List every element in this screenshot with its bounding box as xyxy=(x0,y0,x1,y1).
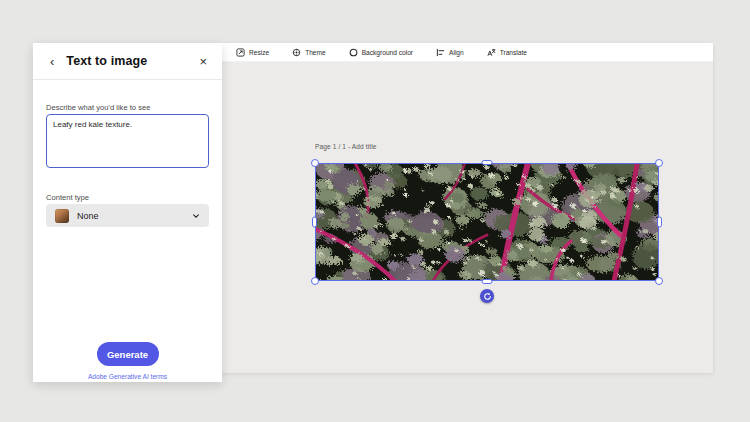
content-type-value: None xyxy=(77,211,99,221)
translate-button[interactable]: Translate xyxy=(487,48,527,57)
resize-handle-right[interactable] xyxy=(657,217,662,228)
workspace: Resize Theme Background color xyxy=(222,43,713,373)
canvas-toolbar: Resize Theme Background color xyxy=(222,43,713,62)
content-type-label: Content type xyxy=(46,193,89,202)
prompt-label: Describe what you'd like to see xyxy=(46,103,150,112)
resize-handle-bottom-left[interactable] xyxy=(311,277,319,285)
panel-header: ‹ Text to image × xyxy=(33,43,222,80)
close-button[interactable]: × xyxy=(199,55,207,68)
resize-handle-top-right[interactable] xyxy=(655,159,663,167)
resize-button[interactable]: Resize xyxy=(236,48,269,57)
align-label: Align xyxy=(449,49,464,56)
resize-icon xyxy=(236,48,245,57)
background-color-button[interactable]: Background color xyxy=(349,48,413,57)
content-type-dropdown[interactable]: None xyxy=(46,204,209,227)
panel-title: Text to image xyxy=(66,54,147,68)
resize-handle-left[interactable] xyxy=(312,217,317,228)
resize-label: Resize xyxy=(249,49,269,56)
prompt-input[interactable]: Leafy red kale texture. xyxy=(46,114,209,168)
resize-handle-top[interactable] xyxy=(482,160,493,165)
align-button[interactable]: Align xyxy=(436,48,464,57)
background-color-icon xyxy=(349,48,358,57)
content-type-thumbnail xyxy=(55,209,69,223)
text-to-image-panel: ‹ Text to image × Describe what you'd li… xyxy=(33,43,222,382)
background-color-label: Background color xyxy=(362,49,413,56)
rotate-icon xyxy=(483,292,492,301)
align-icon xyxy=(436,48,445,57)
theme-icon xyxy=(292,48,301,57)
terms-link[interactable]: Adobe Generative AI terms xyxy=(33,373,222,380)
translate-label: Translate xyxy=(500,49,527,56)
resize-handle-top-left[interactable] xyxy=(311,159,319,167)
resize-handle-bottom[interactable] xyxy=(482,279,493,284)
chevron-down-icon xyxy=(192,212,200,220)
kale-photo xyxy=(315,163,659,281)
generate-button[interactable]: Generate xyxy=(97,342,159,366)
theme-button[interactable]: Theme xyxy=(292,48,326,57)
back-button[interactable]: ‹ xyxy=(48,55,56,68)
rotate-handle[interactable] xyxy=(480,289,494,303)
translate-icon xyxy=(487,48,496,57)
page-label[interactable]: Page 1 / 1 - Add title xyxy=(315,143,377,150)
resize-handle-bottom-right[interactable] xyxy=(655,277,663,285)
theme-label: Theme xyxy=(305,49,326,56)
selected-image-kale[interactable] xyxy=(315,163,659,281)
